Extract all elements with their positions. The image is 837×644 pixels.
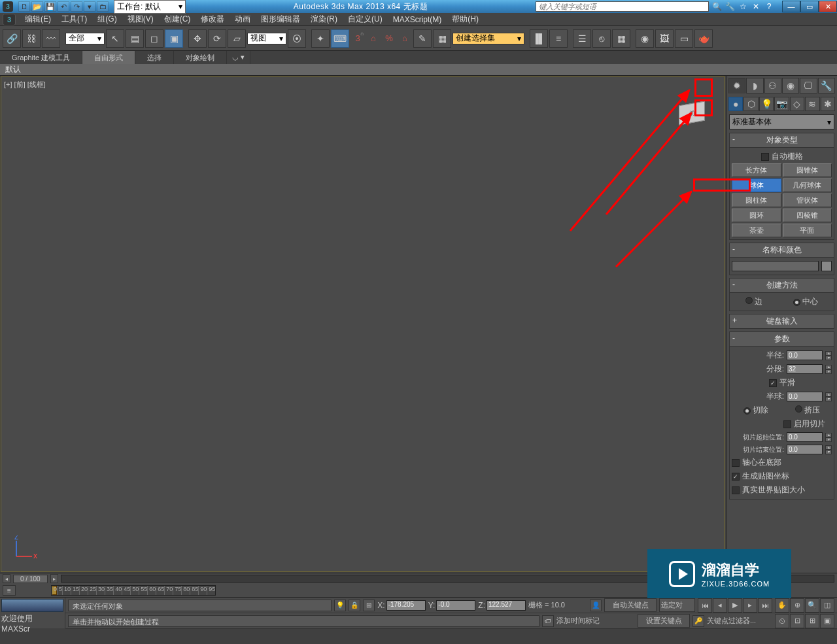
- ribbon-tab-freeform[interactable]: 自由形式: [82, 51, 135, 64]
- help-icon[interactable]: ?: [764, 1, 774, 12]
- select-rect-icon[interactable]: ◻: [145, 29, 163, 48]
- real-world-checkbox[interactable]: [732, 486, 740, 494]
- select-window-icon[interactable]: ▣: [165, 29, 183, 48]
- named-sel-tools-icon[interactable]: ▦: [433, 29, 451, 48]
- material-icon[interactable]: ◉: [636, 29, 654, 48]
- cameras-icon[interactable]: 📷: [774, 97, 789, 111]
- edge-radio[interactable]: [745, 297, 753, 304]
- time-tag-icon[interactable]: 🏷: [542, 615, 554, 627]
- unlink-icon[interactable]: ⛓: [22, 29, 41, 48]
- menu-views[interactable]: 视图(V): [122, 12, 159, 26]
- x-input[interactable]: -178.205: [386, 600, 426, 611]
- max-viewport-icon[interactable]: ▣: [820, 614, 834, 628]
- close-button[interactable]: ✕: [819, 1, 837, 12]
- torus-button[interactable]: 圆环: [732, 209, 781, 222]
- motion-tab-icon[interactable]: ◉: [782, 78, 799, 93]
- exchange-icon[interactable]: ✕: [751, 1, 761, 12]
- plane-button[interactable]: 平面: [783, 224, 832, 237]
- new-icon[interactable]: 🗋: [18, 1, 30, 12]
- schematic-icon[interactable]: ▦: [612, 29, 630, 48]
- ribbon-tab-paint[interactable]: 对象绘制: [174, 51, 227, 64]
- smooth-checkbox[interactable]: ✓: [769, 379, 777, 387]
- named-selection-dropdown[interactable]: 创建选择集▾: [453, 33, 524, 44]
- selection-filter-dropdown[interactable]: 全部▾: [65, 33, 105, 44]
- next-frame-icon[interactable]: ▸: [743, 598, 757, 613]
- selected-dd[interactable]: 选定对: [659, 598, 695, 612]
- render-icon[interactable]: 🫖: [694, 29, 713, 48]
- workspace-dropdown[interactable]: 工作台: 默认▾: [114, 0, 186, 14]
- object-name-input[interactable]: [732, 261, 819, 271]
- center-radio[interactable]: [793, 299, 800, 306]
- hierarchy-tab-icon[interactable]: ⚇: [764, 78, 781, 93]
- viewcube[interactable]: 前: [679, 103, 711, 136]
- menu-animation[interactable]: 动画: [230, 12, 256, 26]
- move-icon[interactable]: ✥: [188, 29, 207, 48]
- prev-frame-icon[interactable]: ◂: [713, 598, 727, 613]
- slice-to-spinner[interactable]: 0.0: [787, 445, 823, 454]
- sel-lock-icon[interactable]: 🔒: [349, 600, 360, 611]
- abs-rel-icon[interactable]: ⊞: [363, 600, 375, 611]
- menu-tools[interactable]: 工具(T): [56, 12, 92, 26]
- menu-maxscript[interactable]: MAXScript(M): [388, 14, 447, 25]
- key-mode-icon[interactable]: 🔑: [692, 615, 704, 627]
- menu-help[interactable]: 帮助(H): [447, 12, 484, 26]
- menu-group[interactable]: 组(G): [92, 12, 122, 26]
- pyramid-button[interactable]: 四棱锥: [783, 209, 832, 222]
- mirror-icon[interactable]: ▐▌: [530, 29, 548, 48]
- curve-editor-icon[interactable]: ⎋: [592, 29, 611, 48]
- base-pivot-checkbox[interactable]: [732, 459, 740, 467]
- more-icon[interactable]: ▾: [84, 1, 95, 12]
- fov-icon[interactable]: ◫: [820, 598, 834, 613]
- y-input[interactable]: -0.0: [436, 600, 475, 611]
- pivot-icon[interactable]: ⦿: [288, 29, 306, 48]
- menu-create[interactable]: 创建(C): [159, 12, 196, 26]
- redo-icon[interactable]: ↷: [71, 1, 82, 12]
- create-tab-icon[interactable]: ✹: [728, 78, 745, 93]
- open-icon[interactable]: 📂: [31, 1, 43, 12]
- ribbon-collapse-icon[interactable]: ◡ ▾: [227, 51, 250, 64]
- edit-named-sel-icon[interactable]: ✎: [413, 29, 432, 48]
- trackbar-toggle-icon[interactable]: ≡: [3, 585, 16, 596]
- segments-spinner[interactable]: 32: [787, 364, 823, 374]
- lock-icon[interactable]: 💡: [334, 600, 346, 611]
- geometry-icon[interactable]: ●: [728, 97, 743, 111]
- play-icon[interactable]: ▶: [728, 598, 742, 613]
- arc-rotate-icon[interactable]: ⊕: [790, 598, 804, 613]
- layers-icon[interactable]: ☰: [573, 29, 591, 48]
- helpers-icon[interactable]: ◇: [790, 97, 804, 111]
- render-setup-icon[interactable]: 🖼: [655, 29, 674, 48]
- viewport-label[interactable]: [+] [前] [线框]: [4, 80, 46, 90]
- keyboard-shortcut-icon[interactable]: ⌨: [331, 29, 349, 48]
- geosphere-button[interactable]: 几何球体: [783, 178, 832, 192]
- select-icon[interactable]: ↖: [106, 29, 124, 48]
- zoom-ext-icon[interactable]: ⊡: [790, 614, 804, 628]
- ribbon-tab-graphite[interactable]: Graphite 建模工具: [0, 51, 82, 64]
- primitive-category-dropdown[interactable]: 标准基本体▾: [729, 114, 834, 129]
- undo-icon[interactable]: ↶: [58, 1, 69, 12]
- rollout-header[interactable]: -对象类型: [729, 133, 834, 148]
- menu-customize[interactable]: 自定义(U): [343, 12, 388, 26]
- align-icon[interactable]: ≡: [549, 29, 568, 48]
- rotate-icon[interactable]: ⟳: [208, 29, 226, 48]
- rollout-header[interactable]: -创建方法: [729, 278, 834, 293]
- isolate-icon[interactable]: 👤: [590, 600, 602, 611]
- cone-button[interactable]: 圆锥体: [783, 163, 832, 177]
- angle-snap-icon[interactable]: ⌂: [366, 29, 381, 48]
- auto-grid-checkbox[interactable]: [761, 153, 769, 161]
- add-time-tag[interactable]: 添加时间标记: [556, 616, 635, 626]
- time-config-icon[interactable]: ⏲: [775, 614, 789, 628]
- menu-graph[interactable]: 图形编辑器: [256, 12, 305, 26]
- percent-snap-icon[interactable]: %: [382, 29, 396, 48]
- zoom-all-icon[interactable]: ⊞: [805, 614, 819, 628]
- time-slider-right[interactable]: ▸: [50, 574, 58, 583]
- time-ruler[interactable]: 0 5 10 15 20 25 30 35 40 45 50 55 60 65 …: [51, 585, 216, 596]
- slice-from-spinner[interactable]: 0.0: [787, 432, 823, 442]
- spacewarps-icon[interactable]: ≋: [805, 97, 819, 111]
- key-filter-button[interactable]: 关键点过滤器...: [707, 616, 772, 626]
- viewcube-face[interactable]: 前: [679, 101, 705, 125]
- auto-key-button[interactable]: 自动关键点: [604, 598, 657, 612]
- radius-spinner[interactable]: 0.0: [787, 350, 823, 360]
- lights-icon[interactable]: 💡: [759, 97, 774, 111]
- minimize-button[interactable]: —: [782, 1, 800, 12]
- zoom-icon[interactable]: 🔍: [805, 598, 819, 613]
